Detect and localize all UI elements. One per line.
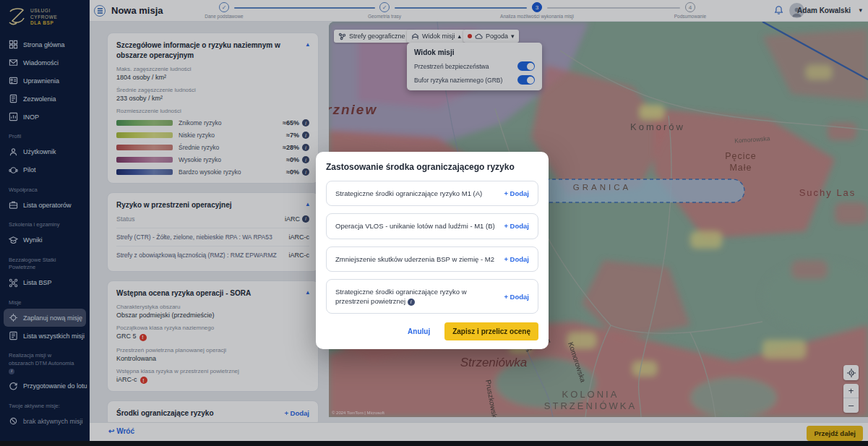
- cancel-button[interactable]: Anuluj: [408, 327, 430, 335]
- mitigation-row-airspace: Strategiczne środki ograniczające ryzyko…: [326, 279, 538, 314]
- mitigation-modal: Zastosowanie środka ograniczającego ryzy…: [316, 152, 549, 349]
- bottom-strip: [0, 441, 868, 446]
- add-airspace-button[interactable]: + Dodaj: [504, 293, 529, 301]
- save-recalculate-button[interactable]: Zapisz i przelicz ocenę: [444, 322, 538, 340]
- mitigation-label: Operacja VLOS - unikanie lotów nad ludźm…: [335, 221, 495, 231]
- mitigation-row-m1a: Strategiczne środki ograniczające ryzyko…: [326, 181, 538, 206]
- plus-icon: +: [504, 222, 508, 230]
- info-icon[interactable]: i: [408, 299, 415, 306]
- mitigation-row-m2: Zmniejszenie skutków uderzenia BSP w zie…: [326, 246, 538, 272]
- mitigation-row-m1b: Operacja VLOS - unikanie lotów nad ludźm…: [326, 213, 538, 239]
- plus-icon: +: [504, 189, 508, 197]
- plus-icon: +: [504, 293, 508, 301]
- add-m1b-button[interactable]: + Dodaj: [504, 222, 529, 230]
- add-m2-button[interactable]: + Dodaj: [504, 255, 529, 263]
- add-m1a-button[interactable]: + Dodaj: [504, 189, 529, 197]
- modal-title: Zastosowanie środka ograniczającego ryzy…: [326, 162, 538, 172]
- mitigation-label: Strategiczne środki ograniczające ryzyko…: [335, 189, 482, 198]
- mitigation-label: Strategiczne środki ograniczające ryzyko…: [335, 287, 487, 306]
- mitigation-label: Zmniejszenie skutków uderzenia BSP w zie…: [335, 254, 494, 264]
- plus-icon: +: [504, 255, 508, 263]
